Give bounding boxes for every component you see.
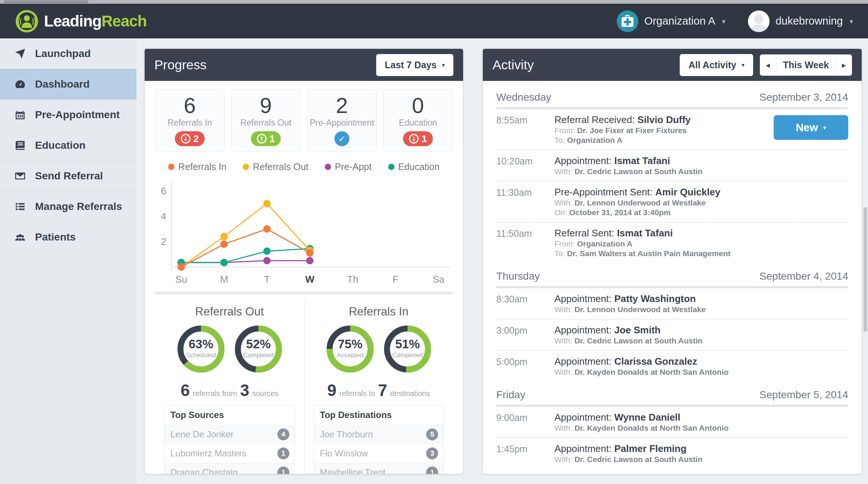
calendar-icon bbox=[14, 109, 26, 121]
weekly-line-chart: 246SuMTWThFSa bbox=[155, 174, 453, 287]
svg-text:Sa: Sa bbox=[433, 274, 444, 285]
list-item-count-badge: 4 bbox=[277, 428, 289, 440]
activity-date: September 4, 2014 bbox=[760, 270, 848, 282]
legend-dot-icon bbox=[168, 164, 174, 170]
progress-panel: Progress Last 7 Days▾ 6Referrals In↓29Re… bbox=[144, 48, 463, 474]
week-label-button[interactable]: This Week bbox=[776, 54, 836, 76]
sidebar-item-launchpad[interactable]: Launchpad bbox=[0, 38, 136, 69]
svg-text:75%: 75% bbox=[337, 337, 362, 351]
referrals-out-section: Referrals Out63%Scheduled52%Completed6re… bbox=[155, 300, 304, 474]
stat-value: 2 bbox=[308, 94, 376, 117]
check-icon: ✓ bbox=[337, 134, 347, 144]
arrow-down-icon: ↓ bbox=[181, 134, 191, 144]
svg-text:52%: 52% bbox=[246, 337, 270, 351]
svg-text:63%: 63% bbox=[188, 337, 213, 351]
stat-value: 0 bbox=[384, 94, 452, 117]
list-item[interactable]: Lene De Jonker4 bbox=[164, 425, 295, 444]
activity-entry[interactable]: 8:55amReferral Received: Silvio DuffyFro… bbox=[496, 109, 848, 150]
sidebar-item-label: Manage Referrals bbox=[35, 201, 122, 213]
sidebar-item-education[interactable]: Education bbox=[0, 130, 136, 161]
list-header: Top Sources bbox=[164, 405, 295, 425]
summary-number: 9 bbox=[327, 381, 336, 400]
chevron-down-icon[interactable]: ▾ bbox=[849, 17, 853, 25]
activity-day: Thursday bbox=[496, 270, 540, 282]
legend-label: Education bbox=[398, 161, 440, 172]
referrals-in-section: Referrals In75%Accepted51%Completed9refe… bbox=[304, 300, 453, 474]
svg-text:T: T bbox=[264, 274, 270, 285]
activity-group-header: WednesdaySeptember 3, 2014 bbox=[496, 91, 848, 103]
sidebar-item-send-referral[interactable]: Send Referral bbox=[0, 161, 136, 191]
avatar[interactable] bbox=[748, 10, 770, 32]
summary-text: destinations bbox=[390, 389, 430, 398]
activity-entry[interactable]: 11:50amReferral Sent: Ismat TafaniFrom: … bbox=[496, 223, 848, 263]
previous-week-button[interactable]: ◂ bbox=[760, 54, 776, 76]
summary-number: 7 bbox=[378, 381, 387, 400]
activity-entry[interactable]: 11:30amPre-Appointment Sent: Amir Quickl… bbox=[496, 182, 848, 223]
referrals-out-donuts: 63%Scheduled52%Completed bbox=[155, 323, 304, 377]
activity-entry[interactable]: 10:20amAppointment: Ismat TafaniWith: Dr… bbox=[496, 150, 848, 182]
legend-item-referrals-out: Referrals Out bbox=[243, 161, 308, 172]
main-content: Progress Last 7 Days▾ 6Referrals In↓29Re… bbox=[136, 38, 868, 484]
activity-entry-detail: With: Dr. Lennon Underwood at Westlake bbox=[554, 305, 848, 314]
organization-selector[interactable]: Organization A bbox=[644, 15, 715, 27]
next-week-button[interactable]: ▸ bbox=[836, 54, 852, 76]
list-item[interactable]: Lubomierz Masters1 bbox=[164, 444, 295, 463]
stat-badge-count: 1 bbox=[270, 133, 275, 145]
sidebar-item-manage-referrals[interactable]: Manage Referrals bbox=[0, 191, 136, 222]
svg-text:Completed: Completed bbox=[392, 352, 422, 359]
activity-entry[interactable]: 5:00pmAppointment: Clarissa GonzalezWith… bbox=[496, 351, 848, 381]
activity-entry-title: Appointment: Ismat Tafani bbox=[554, 155, 848, 167]
leadingreach-logo-icon bbox=[15, 9, 39, 33]
activity-entry-title: Appointment: Joe Smith bbox=[554, 324, 848, 336]
activity-entry-time: 10:20am bbox=[496, 155, 548, 176]
referrals-out-summary: 6referrals from3sources bbox=[155, 381, 304, 400]
activity-entry[interactable]: 3:00pmAppointment: Joe SmithWith: Dr. Ce… bbox=[496, 320, 848, 351]
sidebar-item-dashboard[interactable]: Dashboard bbox=[0, 69, 136, 100]
activity-entry-time: 8:30am bbox=[496, 293, 548, 314]
activity-entry[interactable]: 8:30amAppointment: Patty WashingtonWith:… bbox=[496, 288, 848, 320]
legend-item-pre-appt: Pre-Appt bbox=[325, 161, 372, 172]
svg-text:Scheduled: Scheduled bbox=[186, 352, 216, 359]
activity-entry[interactable]: 9:00amAppointment: Wynne DaniellWith: Dr… bbox=[496, 407, 848, 438]
activity-entry-action: Referral Received: bbox=[554, 114, 638, 125]
detail-value: Dr. Cedric Lawson at South Austin bbox=[575, 455, 702, 463]
activity-entry[interactable]: 1:45pmAppointment: Palmer FlemingWith: D… bbox=[496, 438, 848, 469]
sidebar-item-label: Pre-Appointment bbox=[35, 109, 120, 121]
stat-badge-count: 1 bbox=[422, 133, 427, 145]
list-item-name: Lubomierz Masters bbox=[170, 448, 246, 459]
stat-label: Referrals Out bbox=[232, 118, 300, 128]
activity-panel: Activity All Activity▾ ◂ This Week ▸ Wed… bbox=[482, 48, 862, 474]
stat-card-pre-appointment: 2Pre-Appointment✓ bbox=[307, 89, 377, 152]
gauge-icon bbox=[14, 78, 26, 90]
activity-entry-title: Appointment: Wynne Daniell bbox=[554, 411, 848, 423]
list-item[interactable]: Dragan Chastain1 bbox=[164, 463, 295, 474]
chart-legend: Referrals InReferrals OutPre-ApptEducati… bbox=[155, 161, 453, 172]
activity-entry-time: 8:55am bbox=[496, 114, 548, 145]
activity-entry-patient: Silvio Duffy bbox=[638, 114, 691, 125]
activity-entry-detail: From: Dr. Joe Fixer at Fixer Fixtures bbox=[554, 126, 768, 135]
referrals-in-donuts: 75%Accepted51%Completed bbox=[305, 323, 453, 377]
sidebar-item-pre-appointment[interactable]: Pre-Appointment bbox=[0, 100, 136, 130]
activity-filter-button[interactable]: All Activity▾ bbox=[680, 54, 753, 76]
sidebar-item-label: Education bbox=[35, 139, 85, 151]
date-range-button[interactable]: Last 7 Days▾ bbox=[376, 54, 453, 76]
sidebar-item-patients[interactable]: Patients bbox=[0, 222, 136, 252]
list-item[interactable]: Flo Winslow3 bbox=[314, 444, 443, 463]
list-item[interactable]: Maybelline Trent1 bbox=[314, 463, 443, 474]
activity-entry-title: Pre-Appointment Sent: Amir Quickley bbox=[554, 186, 848, 198]
donut-accepted: 75%Accepted bbox=[324, 323, 376, 377]
sidebar-item-label: Send Referral bbox=[35, 170, 103, 182]
chevron-down-icon[interactable]: ▾ bbox=[722, 17, 726, 25]
horizontal-scrollbar-thumb[interactable] bbox=[4, 0, 88, 3]
logo-wordmark: LeadingReach bbox=[44, 12, 147, 30]
activity-entry-detail: With: Dr. Kayden Donalds at North San An… bbox=[554, 423, 848, 433]
activity-entry-title: Appointment: Patty Washington bbox=[554, 293, 848, 305]
leadingreach-logo[interactable]: LeadingReach bbox=[15, 9, 147, 33]
vertical-scrollbar-thumb[interactable] bbox=[864, 207, 867, 332]
activity-entry-body: Appointment: Ismat TafaniWith: Dr. Cedri… bbox=[554, 155, 848, 176]
list-item[interactable]: Joe Thorburn5 bbox=[314, 425, 443, 444]
new-referral-button[interactable]: New▾ bbox=[774, 115, 848, 140]
week-navigator: ◂ This Week ▸ bbox=[760, 54, 852, 76]
svg-text:Su: Su bbox=[175, 274, 187, 285]
user-menu[interactable]: dukebrowning bbox=[776, 15, 843, 27]
